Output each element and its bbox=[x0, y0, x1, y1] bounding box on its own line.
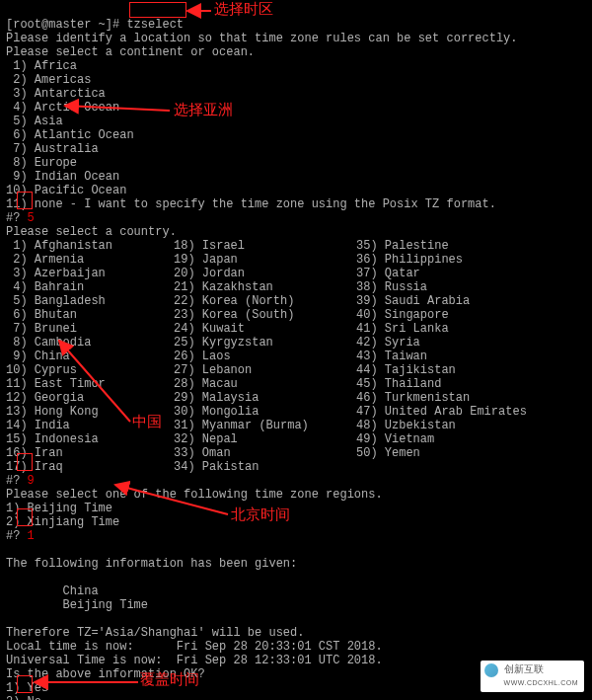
country-option: 21) Kazakhstan bbox=[174, 280, 356, 294]
info-line: Beijing Time bbox=[6, 598, 148, 612]
country-option: 49) Vietnam bbox=[356, 432, 434, 446]
info-header: The following information has been given… bbox=[6, 557, 297, 571]
country-option: 25) Kyrgyzstan bbox=[174, 336, 356, 350]
region-option: 1) Beijing Time bbox=[6, 502, 112, 515]
continent-option: 6) Atlantic Ocean bbox=[6, 128, 134, 142]
continent-option: 8) Europe bbox=[6, 156, 77, 170]
country-option: 47) United Arab Emirates bbox=[356, 405, 527, 419]
country-option: 27) Lebanon bbox=[174, 363, 356, 377]
region-option: 2) Xinjiang Time bbox=[6, 515, 119, 529]
input-prompt: #? bbox=[6, 211, 28, 225]
country-option: 23) Korea (South) bbox=[174, 308, 356, 322]
tz-line: Therefore TZ='Asia/Shanghai' will be use… bbox=[6, 626, 304, 640]
country-option: 18) Israel bbox=[174, 239, 356, 253]
country-option: 26) Laos bbox=[174, 350, 356, 363]
country-option: 7) Brunei bbox=[6, 322, 174, 336]
yn-option: 2) No bbox=[6, 695, 41, 700]
local-time: Local time is now: Fri Sep 28 20:33:01 C… bbox=[6, 640, 383, 654]
country-option: 4) Bahrain bbox=[6, 280, 174, 294]
country-option: 16) Iran bbox=[6, 446, 174, 460]
country-option: 5) Bangladesh bbox=[6, 294, 174, 308]
country-header: Please select a country. bbox=[6, 225, 177, 239]
intro-line-2: Please select a continent or ocean. bbox=[6, 45, 255, 59]
user-input[interactable]: 9 bbox=[28, 474, 35, 488]
utc-time: Universal Time is now: Fri Sep 28 12:33:… bbox=[6, 654, 383, 667]
country-option: 40) Singapore bbox=[356, 308, 449, 322]
terminal-output: [root@master ~]# tzselect Please identif… bbox=[0, 0, 592, 700]
user-input[interactable]: 1 bbox=[28, 529, 35, 543]
user-input[interactable]: 5 bbox=[28, 211, 35, 225]
intro-line-1: Please identify a location so that time … bbox=[6, 32, 517, 45]
country-option: 3) Azerbaijan bbox=[6, 267, 174, 280]
country-option: 36) Philippines bbox=[356, 253, 463, 267]
country-option: 42) Syria bbox=[356, 336, 420, 350]
region-header: Please select one of the following time … bbox=[6, 488, 383, 502]
input-prompt: #? bbox=[6, 529, 28, 543]
country-option: 6) Bhutan bbox=[6, 308, 174, 322]
continent-option: 10) Pacific Ocean bbox=[6, 184, 126, 197]
country-option: 46) Turkmenistan bbox=[356, 391, 470, 405]
country-option: 45) Thailand bbox=[356, 377, 441, 391]
country-option: 50) Yemen bbox=[356, 446, 420, 460]
country-option: 37) Qatar bbox=[356, 267, 420, 280]
watermark-title: 创新互联 bbox=[504, 662, 578, 676]
country-option: 24) Kuwait bbox=[174, 322, 356, 336]
continent-option: 7) Australia bbox=[6, 142, 99, 156]
country-option: 13) Hong Kong bbox=[6, 405, 174, 419]
country-option: 31) Myanmar (Burma) bbox=[174, 419, 356, 432]
country-option: 8) Cambodia bbox=[6, 336, 174, 350]
continent-option: 1) Africa bbox=[6, 59, 77, 73]
command: tzselect bbox=[126, 18, 184, 32]
input-prompt: #? bbox=[6, 474, 28, 488]
country-option: 19) Japan bbox=[174, 253, 356, 267]
continent-option: 9) Indian Ocean bbox=[6, 170, 119, 184]
country-option: 30) Mongolia bbox=[174, 405, 356, 419]
info-line: China bbox=[6, 584, 99, 598]
continent-option: 4) Arctic Ocean bbox=[6, 101, 119, 115]
country-option: 22) Korea (North) bbox=[174, 294, 356, 308]
shell-prompt: [root@master ~]# bbox=[6, 18, 126, 32]
watermark: 创新互联 WWW.CDCXHL.COM bbox=[481, 661, 584, 692]
yn-option: 1) Yes bbox=[6, 681, 48, 695]
continent-option: 11) none - I want to specify the time zo… bbox=[6, 197, 496, 211]
country-option: 17) Iraq bbox=[6, 460, 174, 474]
continent-option: 3) Antarctica bbox=[6, 87, 106, 101]
continent-option: 2) Americas bbox=[6, 73, 91, 87]
country-option: 9) China bbox=[6, 350, 174, 363]
country-option: 11) East Timor bbox=[6, 377, 174, 391]
continent-option: 5) Asia bbox=[6, 115, 63, 128]
country-option: 15) Indonesia bbox=[6, 432, 174, 446]
country-option: 10) Cyprus bbox=[6, 363, 174, 377]
country-option: 12) Georgia bbox=[6, 391, 174, 405]
country-option: 29) Malaysia bbox=[174, 391, 356, 405]
country-option: 41) Sri Lanka bbox=[356, 322, 449, 336]
country-option: 44) Tajikistan bbox=[356, 363, 456, 377]
watermark-url: WWW.CDCXHL.COM bbox=[504, 676, 578, 690]
country-option: 48) Uzbekistan bbox=[356, 419, 456, 432]
country-option: 35) Palestine bbox=[356, 239, 449, 253]
country-option: 1) Afghanistan bbox=[6, 239, 174, 253]
country-option: 34) Pakistan bbox=[174, 460, 356, 474]
country-option: 38) Russia bbox=[356, 280, 427, 294]
ok-question: Is the above information OK? bbox=[6, 667, 205, 681]
country-option: 20) Jordan bbox=[174, 267, 356, 280]
country-option: 39) Saudi Arabia bbox=[356, 294, 470, 308]
country-option: 28) Macau bbox=[174, 377, 356, 391]
country-option: 33) Oman bbox=[174, 446, 356, 460]
country-option: 43) Taiwan bbox=[356, 350, 427, 363]
country-option: 14) India bbox=[6, 419, 174, 432]
country-option: 2) Armenia bbox=[6, 253, 174, 267]
country-option: 32) Nepal bbox=[174, 432, 356, 446]
